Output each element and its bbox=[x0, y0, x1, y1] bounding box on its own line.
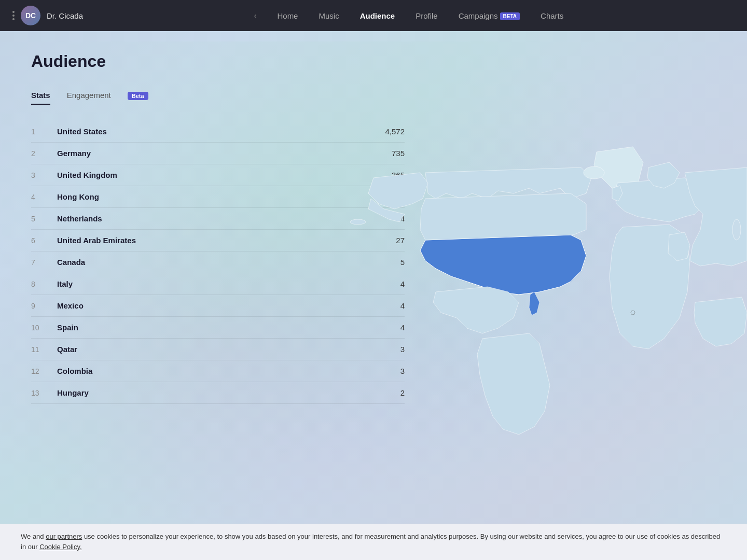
svg-point-3 bbox=[732, 219, 741, 240]
row-country-name: Hong Kong bbox=[57, 192, 363, 201]
campaigns-beta-badge: BETA bbox=[500, 12, 520, 20]
row-rank: 13 bbox=[31, 389, 57, 397]
nav-music[interactable]: Music bbox=[319, 11, 339, 20]
row-country-name: Colombia bbox=[57, 367, 363, 375]
nav-left: DC Dr. Cicada bbox=[12, 6, 83, 25]
row-rank: 2 bbox=[31, 149, 57, 158]
row-country-name: United Kingdom bbox=[57, 171, 363, 179]
world-map bbox=[332, 105, 747, 468]
main-content: Audience Stats Engagement Beta 1United S… bbox=[0, 31, 747, 529]
nav-center: ‹ Home Music Audience Profile CampaignsB… bbox=[83, 11, 735, 20]
cookie-policy-link[interactable]: Cookie Policy. bbox=[39, 543, 81, 551]
nav-dots-button[interactable] bbox=[12, 11, 15, 20]
row-country-name: Netherlands bbox=[57, 214, 363, 223]
nav-campaigns[interactable]: CampaignsBETA bbox=[459, 11, 520, 20]
row-rank: 6 bbox=[31, 236, 57, 245]
row-rank: 8 bbox=[31, 280, 57, 288]
top-nav: DC Dr. Cicada ‹ Home Music Audience Prof… bbox=[0, 0, 747, 31]
row-country-name: Spain bbox=[57, 323, 363, 332]
tab-engagement[interactable]: Engagement bbox=[67, 87, 111, 105]
nav-home[interactable]: Home bbox=[277, 11, 298, 20]
row-rank: 7 bbox=[31, 258, 57, 267]
row-rank: 3 bbox=[31, 171, 57, 179]
row-rank: 4 bbox=[31, 193, 57, 201]
row-country-name: Qatar bbox=[57, 345, 363, 354]
tabs-bar: Stats Engagement Beta bbox=[31, 87, 716, 105]
user-name: Dr. Cicada bbox=[47, 11, 83, 20]
page-title: Audience bbox=[31, 52, 716, 71]
nav-audience[interactable]: Audience bbox=[360, 11, 395, 20]
row-rank: 5 bbox=[31, 215, 57, 223]
row-country-name: Germany bbox=[57, 149, 363, 158]
tab-stats[interactable]: Stats bbox=[31, 87, 50, 105]
cookie-text: We and our partners use cookies to perso… bbox=[21, 531, 726, 552]
nav-chevron-icon[interactable]: ‹ bbox=[254, 11, 257, 20]
row-country-name: Mexico bbox=[57, 301, 363, 310]
row-country-name: United States bbox=[57, 127, 363, 136]
row-rank: 1 bbox=[31, 128, 57, 136]
row-country-name: Canada bbox=[57, 258, 363, 267]
nav-charts[interactable]: Charts bbox=[541, 11, 563, 20]
row-rank: 10 bbox=[31, 324, 57, 332]
partners-link[interactable]: our partners bbox=[46, 533, 82, 540]
tab-beta-badge[interactable]: Beta bbox=[128, 92, 148, 100]
svg-point-2 bbox=[584, 166, 604, 179]
avatar[interactable]: DC bbox=[21, 6, 40, 25]
row-country-name: Hungary bbox=[57, 388, 363, 397]
row-country-name: United Arab Emirates bbox=[57, 236, 363, 245]
row-rank: 9 bbox=[31, 302, 57, 310]
row-country-name: Italy bbox=[57, 279, 363, 288]
row-rank: 12 bbox=[31, 367, 57, 375]
content-area: 1United States4,5722Germany7353United Ki… bbox=[31, 121, 716, 404]
cookie-banner: We and our partners use cookies to perso… bbox=[0, 524, 747, 560]
nav-profile[interactable]: Profile bbox=[416, 11, 438, 20]
svg-point-1 bbox=[350, 219, 366, 225]
row-rank: 11 bbox=[31, 345, 57, 354]
